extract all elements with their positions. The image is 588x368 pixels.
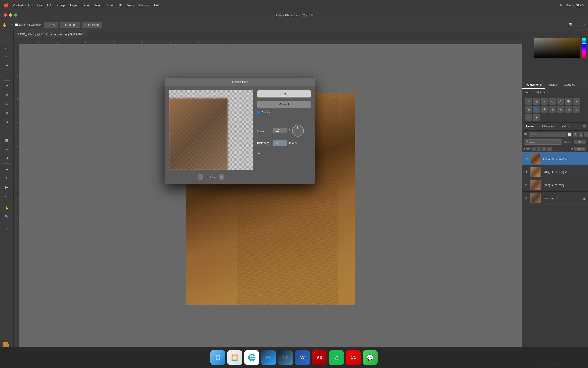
smart-filter-icon[interactable]: ◎ [579,132,583,137]
scroll-all-checkbox-label[interactable]: Scroll All Windows [15,23,42,27]
adjustments-panel-menu[interactable]: ☰ [583,83,586,87]
history-brush-tool[interactable]: ↺ [2,118,11,126]
pixel-filter-icon[interactable]: ⬜ [567,132,572,137]
layer-item[interactable]: 👁 Background 🔒 [522,192,588,205]
apple-menu[interactable]: 🍎 [4,3,9,8]
opacity-input[interactable] [574,140,586,144]
layers-search-input[interactable] [529,132,566,137]
menu-filter[interactable]: Filter [107,4,114,7]
zoom-input[interactable] [44,22,58,28]
view-controls-icon[interactable]: ⊞ [577,23,580,27]
fill-input[interactable] [574,147,586,151]
more-tools[interactable]: ··· [2,224,11,232]
path-selection-tool[interactable]: ▶ [2,183,11,191]
tab-close-button[interactable]: × [18,33,19,35]
hand-tool-icon[interactable]: ✋ [2,23,7,27]
fit-screen-button[interactable]: Fit Screen [60,22,80,28]
document-tab[interactable]: × IMG_2737.jpg @ 66.7% (Background copy … [14,30,87,38]
dock-chrome[interactable]: 🌐 [244,350,259,365]
zoom-out-btn[interactable]: − [198,174,203,180]
type-filter-icon[interactable]: T [573,132,578,137]
hand-tool[interactable]: ✋ [2,203,11,212]
dock-lightroom[interactable]: Lr [278,350,293,365]
channel-mixer-icon[interactable]: ⬢ [541,106,548,112]
menu-layer[interactable]: Layer [70,4,78,7]
dock-word[interactable]: W [295,350,310,365]
tab-layers[interactable]: Layers [522,123,538,130]
layer-item[interactable]: 👁 Background copy [522,178,588,192]
bw-icon[interactable]: ◨ [525,106,532,112]
menu-file[interactable]: File [37,4,42,7]
brush-tool[interactable]: ✏ [2,100,11,108]
dock-photoshop[interactable]: Ps [261,350,276,365]
tab-channels[interactable]: Channels [538,123,558,130]
dialog-preview-area[interactable] [169,90,253,170]
ok-button[interactable]: OK [257,90,311,98]
motion-blur-dialog[interactable]: Motion Blur − 100% + OK Cancel [165,78,315,184]
preview-checkbox-label[interactable]: Preview [257,111,311,114]
lock-artboard-btn[interactable]: ⊡ [542,147,546,151]
layer-visibility-toggle[interactable]: 👁 [524,156,528,161]
angle-wheel[interactable] [292,125,304,137]
pen-tool[interactable]: ✒ [2,165,11,174]
minimize-button[interactable] [9,13,12,17]
lasso-tool[interactable]: ⌖ [2,53,11,61]
cancel-button[interactable]: Cancel [257,101,311,108]
blend-mode-select[interactable]: Normal [524,139,562,145]
fill-screen-button[interactable]: Fill Screen [82,22,102,28]
layer-item[interactable]: 👁 Background copy 2 [522,165,588,178]
tab-paths[interactable]: Paths [558,123,573,130]
dock-spotify[interactable]: ♫ [329,350,344,365]
fg-color-swatch[interactable] [3,342,8,347]
share-icon[interactable]: ↑ [584,23,586,27]
search-icon[interactable]: 🔍 [569,23,574,27]
dock-audition[interactable]: Au [312,350,327,365]
clone-stamp-tool[interactable]: ⊗ [2,109,11,117]
tab-styles[interactable]: Styles [545,81,561,89]
zoom-tool[interactable]: 🔍 [2,212,11,221]
menu-window[interactable]: Window [138,4,149,7]
gradient-tool[interactable]: ▦ [2,136,11,144]
crop-tool[interactable]: ⊡ [2,70,11,79]
eyedropper-tool[interactable]: ⊕ [2,82,11,90]
dock-creative-cloud[interactable]: Cc [346,350,361,365]
collapse-btn[interactable]: ▲ [257,151,261,155]
exposure-icon[interactable]: ◐ [549,98,556,105]
dock-finder[interactable]: 🖥 [210,350,225,365]
menu-3d[interactable]: 3D [119,4,123,7]
tab-adjustments[interactable]: Adjustments [522,81,545,89]
distance-input[interactable] [273,140,287,146]
scroll-all-checkbox[interactable] [15,23,18,26]
layers-panel-menu[interactable]: ☰ [583,125,586,129]
brightness-contrast-icon[interactable]: ☀ [525,98,532,105]
lock-pixels-btn[interactable]: ⬚ [532,147,536,151]
menu-image[interactable]: Image [57,4,65,7]
invert-icon[interactable]: ◑ [557,106,564,112]
eraser-tool[interactable]: ◻ [2,127,11,135]
magic-wand-tool[interactable]: ✦ [2,61,11,70]
move-tool[interactable]: ✛ [2,32,11,40]
posterize-icon[interactable]: ▥ [565,106,572,112]
gradient-map-icon[interactable]: ▻ [525,114,532,120]
menu-type[interactable]: Type [83,4,89,7]
levels-icon[interactable]: ▤ [533,98,540,105]
dock-photos[interactable]: 🌅 [227,350,242,365]
preview-checkbox[interactable] [257,111,260,114]
hsl-icon[interactable]: 🎨 [565,98,572,105]
photo-filter-icon[interactable]: 🔵 [533,106,540,112]
menu-view[interactable]: View [127,4,134,7]
fullscreen-button[interactable] [14,13,18,17]
menu-select[interactable]: Select [94,4,102,7]
selective-color-icon[interactable]: ◈ [533,114,540,120]
spot-healing-tool[interactable]: ⊛ [2,91,11,99]
shape-tool[interactable]: ▭ [2,192,11,200]
tool-options-arrow[interactable]: ▼ [11,24,13,26]
blur-tool[interactable]: ◎ [2,145,11,153]
marquee-tool[interactable]: ⬚ [2,44,11,52]
color-balance-icon[interactable]: ⊞ [573,98,580,105]
layer-visibility-toggle[interactable]: 👁 [524,170,528,174]
dodge-tool[interactable]: ◑ [2,154,11,162]
color-lookup-icon[interactable]: ▦ [549,106,556,112]
menu-photoshop[interactable]: Photoshop CC [13,4,33,7]
menu-edit[interactable]: Edit [47,4,52,7]
